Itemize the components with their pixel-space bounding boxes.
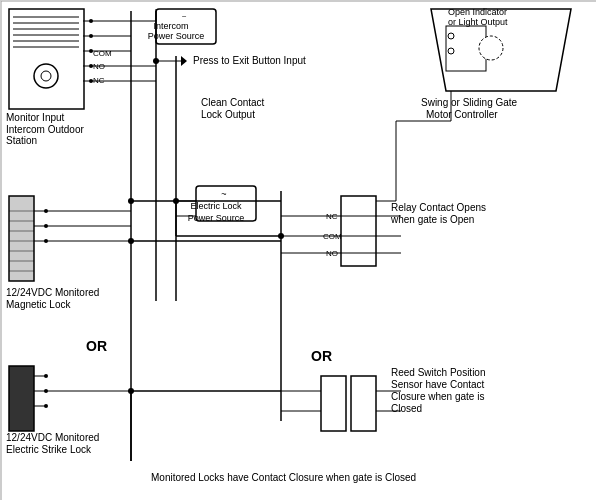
svg-text:Station: Station: [6, 135, 37, 146]
svg-text:OR: OR: [311, 348, 332, 364]
svg-text:Intercom Outdoor: Intercom Outdoor: [6, 124, 84, 135]
svg-text:Electric Lock: Electric Lock: [190, 201, 242, 211]
svg-text:Electric Strike Lock: Electric Strike Lock: [6, 444, 92, 455]
svg-point-94: [128, 198, 134, 204]
svg-text:Clean Contact: Clean Contact: [201, 97, 265, 108]
svg-text:when gate is Open: when gate is Open: [390, 214, 474, 225]
svg-text:COM: COM: [93, 49, 112, 58]
wiring-diagram: Monitor Input Intercom Outdoor Station C…: [0, 0, 596, 500]
svg-point-133: [128, 388, 134, 394]
svg-text:12/24VDC Monitored: 12/24VDC Monitored: [6, 432, 99, 443]
svg-text:Reed Switch Position: Reed Switch Position: [391, 367, 486, 378]
svg-rect-100: [321, 376, 346, 431]
svg-point-9: [41, 71, 51, 81]
svg-point-112: [448, 33, 454, 39]
svg-rect-66: [9, 196, 34, 281]
svg-rect-1: [9, 9, 84, 109]
svg-text:~: ~: [221, 189, 226, 199]
svg-point-113: [448, 48, 454, 54]
svg-text:Relay Contact Opens: Relay Contact Opens: [391, 202, 486, 213]
svg-point-128: [278, 233, 284, 239]
svg-text:Closed: Closed: [391, 403, 422, 414]
svg-text:Monitored Locks have Contact C: Monitored Locks have Contact Closure whe…: [151, 472, 416, 483]
svg-rect-50: [341, 196, 376, 266]
svg-text:Monitor Input: Monitor Input: [6, 112, 65, 123]
svg-rect-101: [351, 376, 376, 431]
svg-point-114: [479, 36, 503, 60]
svg-text:Magnetic Lock: Magnetic Lock: [6, 299, 71, 310]
svg-text:Intercom: Intercom: [153, 21, 188, 31]
svg-text:~: ~: [182, 12, 187, 21]
svg-text:Open Indicator: Open Indicator: [448, 7, 507, 17]
svg-text:or Light Output: or Light Output: [448, 17, 508, 27]
svg-text:Closure when gate is: Closure when gate is: [391, 391, 484, 402]
svg-text:Press to Exit Button Input: Press to Exit Button Input: [193, 55, 306, 66]
svg-point-43: [153, 58, 159, 64]
svg-text:Swing or Sliding Gate: Swing or Sliding Gate: [421, 97, 518, 108]
svg-rect-83: [9, 366, 34, 431]
svg-text:OR: OR: [86, 338, 107, 354]
svg-text:12/24VDC Monitored: 12/24VDC Monitored: [6, 287, 99, 298]
svg-text:Power Source: Power Source: [188, 213, 245, 223]
svg-text:Lock Output: Lock Output: [201, 109, 255, 120]
svg-text:Motor Controller: Motor Controller: [426, 109, 498, 120]
svg-text:Sensor have Contact: Sensor have Contact: [391, 379, 485, 390]
